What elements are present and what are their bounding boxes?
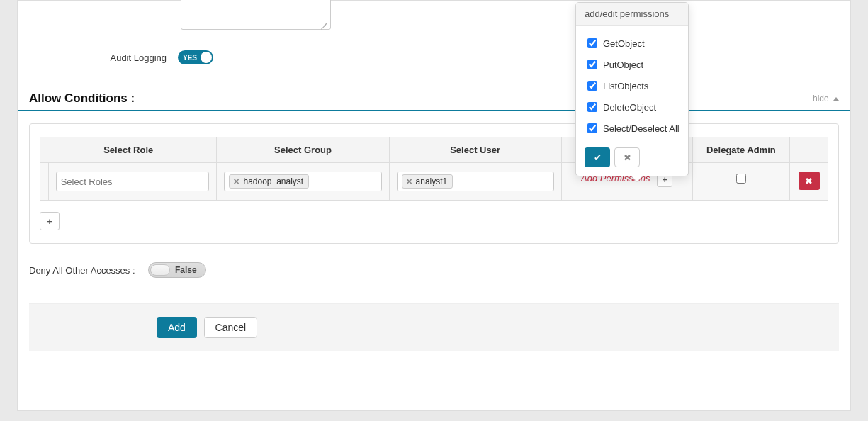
perm-option[interactable]: DeleteObject [585,96,680,118]
audit-toggle-text: YES [183,54,197,62]
audit-logging-label: Audit Logging [106,52,167,63]
perm-option[interactable]: ListObjects [585,75,680,96]
perm-checkbox-listobjects[interactable] [587,81,597,91]
perm-option[interactable]: GetObject [585,33,680,54]
perm-checkbox-putobject[interactable] [587,60,597,69]
perm-option[interactable]: PutObject [585,54,680,75]
select-roles-input[interactable]: Select Roles [56,172,210,191]
conditions-table: Select Role Select Group Select User Del… [40,137,828,201]
user-tag[interactable]: ✕ analyst1 [402,174,453,189]
perm-checkbox-selectall[interactable] [587,123,597,133]
remove-tag-icon[interactable]: ✕ [233,177,239,186]
cancel-button[interactable]: Cancel [204,317,258,338]
audit-logging-toggle[interactable]: YES [178,50,213,64]
close-icon: ✖ [624,152,631,163]
col-user: Select User [389,137,561,163]
deny-all-toggle[interactable]: False [148,262,206,278]
add-row-button[interactable]: + [40,212,60,230]
toggle-knob-icon [201,52,212,63]
caret-up-icon [833,97,839,101]
col-delete [790,137,828,163]
close-icon: ✖ [805,176,813,186]
delete-row-button[interactable]: ✖ [799,172,820,190]
remove-tag-icon[interactable]: ✕ [406,177,412,186]
perm-checkbox-getobject[interactable] [587,38,597,48]
hide-section-link[interactable]: hide [813,94,839,103]
permissions-popover: add/edit permissions GetObject PutObject… [575,2,689,176]
cancel-permissions-button[interactable]: ✖ [614,147,640,167]
resize-handle-icon[interactable] [322,21,329,28]
drag-handle-icon[interactable] [42,166,46,186]
toggle-knob-icon [150,264,170,276]
allow-conditions-box: Select Role Select Group Select User Del… [29,123,839,244]
description-textarea[interactable] [181,0,331,30]
perm-option[interactable]: Select/Deselect All [585,118,680,139]
select-group-input[interactable]: ✕ hadoop_analyst [224,172,381,191]
col-role: Select Role [40,137,217,163]
delegate-admin-checkbox[interactable] [736,174,746,184]
allow-conditions-title: Allow Conditions : [29,91,135,106]
table-row: Select Roles ✕ hadoop_analyst [40,163,828,201]
group-tag[interactable]: ✕ hadoop_analyst [229,174,309,189]
col-delegate: Delegate Admin [692,137,789,163]
perm-checkbox-deleteobject[interactable] [587,102,597,112]
popover-title: add/edit permissions [576,3,688,26]
select-user-input[interactable]: ✕ analyst1 [397,172,554,191]
form-button-bar: Add Cancel [29,303,839,351]
col-group: Select Group [217,137,389,163]
deny-all-label: Deny All Other Accesses : [29,265,135,276]
add-button[interactable]: Add [157,317,197,338]
confirm-permissions-button[interactable]: ✔ [585,147,610,167]
check-icon: ✔ [594,152,602,163]
